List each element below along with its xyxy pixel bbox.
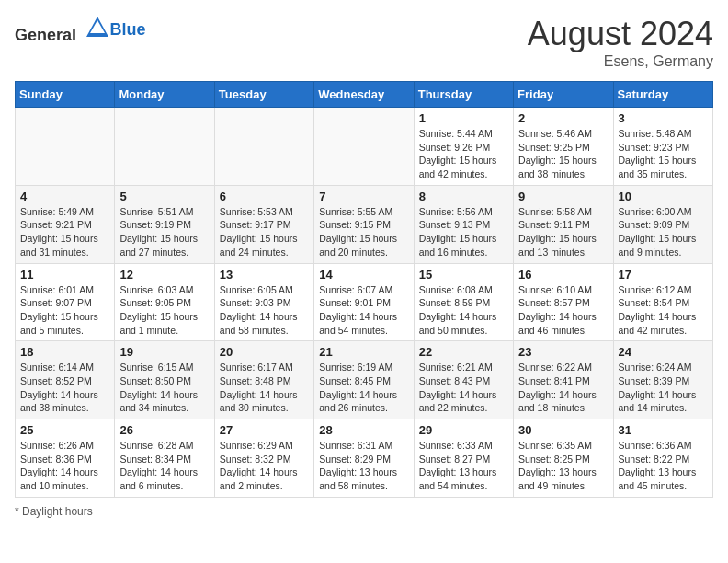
day-number: 4 xyxy=(20,190,109,203)
day-of-week-header: Tuesday xyxy=(214,82,313,108)
day-number: 1 xyxy=(419,111,508,125)
daylight-label: Daylight hours xyxy=(22,505,93,518)
day-info: Sunrise: 6:07 AM Sunset: 9:01 PM Dayligh… xyxy=(319,283,408,338)
calendar-day-cell: 15Sunrise: 6:08 AM Sunset: 8:59 PM Dayli… xyxy=(414,263,513,341)
day-info: Sunrise: 5:46 AM Sunset: 9:25 PM Dayligh… xyxy=(518,127,608,181)
day-info: Sunrise: 6:00 AM Sunset: 9:09 PM Dayligh… xyxy=(619,205,708,259)
calendar-day-cell xyxy=(16,108,115,186)
day-number: 7 xyxy=(319,190,408,203)
day-number: 21 xyxy=(319,345,408,359)
day-info: Sunrise: 5:55 AM Sunset: 9:15 PM Dayligh… xyxy=(319,205,408,259)
day-number: 5 xyxy=(119,190,209,203)
day-number: 24 xyxy=(619,345,708,359)
day-number: 6 xyxy=(220,190,309,203)
day-number: 22 xyxy=(419,345,508,359)
logo-icon xyxy=(85,15,110,40)
day-number: 3 xyxy=(619,111,708,125)
page-header: General Blue August 2024 Esens, Germany xyxy=(15,15,713,70)
footer-note: * Daylight hours xyxy=(15,505,713,518)
calendar-week-row: 25Sunrise: 6:26 AM Sunset: 8:36 PM Dayli… xyxy=(16,419,713,498)
calendar-day-cell: 31Sunrise: 6:36 AM Sunset: 8:22 PM Dayli… xyxy=(613,419,712,498)
day-number: 27 xyxy=(220,423,309,437)
day-info: Sunrise: 6:22 AM Sunset: 8:41 PM Dayligh… xyxy=(518,361,608,415)
calendar-day-cell: 23Sunrise: 6:22 AM Sunset: 8:41 PM Dayli… xyxy=(514,341,613,419)
day-info: Sunrise: 6:17 AM Sunset: 8:48 PM Dayligh… xyxy=(220,361,309,415)
day-info: Sunrise: 6:19 AM Sunset: 8:45 PM Dayligh… xyxy=(319,361,408,415)
day-info: Sunrise: 5:44 AM Sunset: 9:26 PM Dayligh… xyxy=(419,127,508,181)
calendar-day-cell: 6Sunrise: 5:53 AM Sunset: 9:17 PM Daylig… xyxy=(214,185,313,263)
calendar-week-row: 4Sunrise: 5:49 AM Sunset: 9:21 PM Daylig… xyxy=(16,185,713,263)
calendar-day-cell: 22Sunrise: 6:21 AM Sunset: 8:43 PM Dayli… xyxy=(414,341,513,419)
calendar-day-cell: 18Sunrise: 6:14 AM Sunset: 8:52 PM Dayli… xyxy=(16,341,115,419)
day-number: 23 xyxy=(518,345,608,359)
calendar-week-row: 1Sunrise: 5:44 AM Sunset: 9:26 PM Daylig… xyxy=(16,108,713,186)
calendar-day-cell: 5Sunrise: 5:51 AM Sunset: 9:19 PM Daylig… xyxy=(115,185,214,263)
day-info: Sunrise: 5:56 AM Sunset: 9:13 PM Dayligh… xyxy=(419,205,508,259)
calendar-day-cell xyxy=(314,108,414,186)
day-info: Sunrise: 5:48 AM Sunset: 9:23 PM Dayligh… xyxy=(619,127,708,181)
day-info: Sunrise: 6:14 AM Sunset: 8:52 PM Dayligh… xyxy=(20,361,109,415)
day-number: 11 xyxy=(20,268,109,282)
day-info: Sunrise: 6:36 AM Sunset: 8:22 PM Dayligh… xyxy=(619,439,708,493)
calendar-day-cell: 9Sunrise: 5:58 AM Sunset: 9:11 PM Daylig… xyxy=(514,185,613,263)
day-info: Sunrise: 6:03 AM Sunset: 9:05 PM Dayligh… xyxy=(119,283,209,338)
calendar-table: SundayMondayTuesdayWednesdayThursdayFrid… xyxy=(15,81,713,498)
day-of-week-header: Sunday xyxy=(16,82,115,108)
day-info: Sunrise: 5:51 AM Sunset: 9:19 PM Dayligh… xyxy=(119,205,209,259)
day-number: 17 xyxy=(619,268,708,282)
calendar-day-cell: 1Sunrise: 5:44 AM Sunset: 9:26 PM Daylig… xyxy=(414,108,513,186)
calendar-day-cell: 20Sunrise: 6:17 AM Sunset: 8:48 PM Dayli… xyxy=(214,341,313,419)
logo-general-text: General xyxy=(15,26,76,44)
day-number: 28 xyxy=(319,423,408,437)
day-number: 15 xyxy=(419,268,508,282)
day-info: Sunrise: 6:28 AM Sunset: 8:34 PM Dayligh… xyxy=(119,439,209,493)
day-of-week-header: Thursday xyxy=(414,82,513,108)
day-of-week-header: Friday xyxy=(514,82,613,108)
day-number: 13 xyxy=(220,268,309,282)
calendar-day-cell: 12Sunrise: 6:03 AM Sunset: 9:05 PM Dayli… xyxy=(115,263,214,341)
calendar-day-cell: 14Sunrise: 6:07 AM Sunset: 9:01 PM Dayli… xyxy=(314,263,414,341)
calendar-day-cell: 25Sunrise: 6:26 AM Sunset: 8:36 PM Dayli… xyxy=(16,419,115,498)
day-number: 10 xyxy=(619,190,708,203)
day-number: 8 xyxy=(419,190,508,203)
day-info: Sunrise: 6:12 AM Sunset: 8:54 PM Dayligh… xyxy=(619,283,708,338)
day-of-week-header: Wednesday xyxy=(314,82,414,108)
calendar-day-cell: 3Sunrise: 5:48 AM Sunset: 9:23 PM Daylig… xyxy=(613,108,712,186)
day-of-week-header: Monday xyxy=(115,82,214,108)
calendar-header: SundayMondayTuesdayWednesdayThursdayFrid… xyxy=(16,82,713,108)
calendar-day-cell: 16Sunrise: 6:10 AM Sunset: 8:57 PM Dayli… xyxy=(514,263,613,341)
calendar-day-cell xyxy=(214,108,313,186)
day-info: Sunrise: 6:33 AM Sunset: 8:27 PM Dayligh… xyxy=(419,439,508,493)
calendar-day-cell: 10Sunrise: 6:00 AM Sunset: 9:09 PM Dayli… xyxy=(613,185,712,263)
day-number: 29 xyxy=(419,423,508,437)
logo: General Blue xyxy=(15,15,146,45)
day-of-week-header: Saturday xyxy=(613,82,712,108)
calendar-day-cell: 24Sunrise: 6:24 AM Sunset: 8:39 PM Dayli… xyxy=(613,341,712,419)
day-number: 14 xyxy=(319,268,408,282)
month-year-title: August 2024 xyxy=(528,15,713,53)
day-info: Sunrise: 6:10 AM Sunset: 8:57 PM Dayligh… xyxy=(518,283,608,338)
calendar-day-cell: 26Sunrise: 6:28 AM Sunset: 8:34 PM Dayli… xyxy=(115,419,214,498)
calendar-day-cell: 29Sunrise: 6:33 AM Sunset: 8:27 PM Dayli… xyxy=(414,419,513,498)
calendar-day-cell: 19Sunrise: 6:15 AM Sunset: 8:50 PM Dayli… xyxy=(115,341,214,419)
calendar-body: 1Sunrise: 5:44 AM Sunset: 9:26 PM Daylig… xyxy=(16,108,713,498)
day-info: Sunrise: 5:58 AM Sunset: 9:11 PM Dayligh… xyxy=(518,205,608,259)
day-info: Sunrise: 6:08 AM Sunset: 8:59 PM Dayligh… xyxy=(419,283,508,338)
day-number: 2 xyxy=(518,111,608,125)
day-number: 25 xyxy=(20,423,109,437)
calendar-day-cell xyxy=(115,108,214,186)
calendar-day-cell: 30Sunrise: 6:35 AM Sunset: 8:25 PM Dayli… xyxy=(514,419,613,498)
day-number: 18 xyxy=(20,345,109,359)
day-info: Sunrise: 5:53 AM Sunset: 9:17 PM Dayligh… xyxy=(220,205,309,259)
calendar-day-cell: 13Sunrise: 6:05 AM Sunset: 9:03 PM Dayli… xyxy=(214,263,313,341)
calendar-day-cell: 21Sunrise: 6:19 AM Sunset: 8:45 PM Dayli… xyxy=(314,341,414,419)
day-number: 31 xyxy=(619,423,708,437)
day-info: Sunrise: 6:26 AM Sunset: 8:36 PM Dayligh… xyxy=(20,439,109,493)
title-section: August 2024 Esens, Germany xyxy=(528,15,713,70)
calendar-day-cell: 11Sunrise: 6:01 AM Sunset: 9:07 PM Dayli… xyxy=(16,263,115,341)
day-number: 26 xyxy=(119,423,209,437)
day-number: 19 xyxy=(119,345,209,359)
location-subtitle: Esens, Germany xyxy=(528,53,713,70)
day-info: Sunrise: 6:24 AM Sunset: 8:39 PM Dayligh… xyxy=(619,361,708,415)
day-number: 16 xyxy=(518,268,608,282)
